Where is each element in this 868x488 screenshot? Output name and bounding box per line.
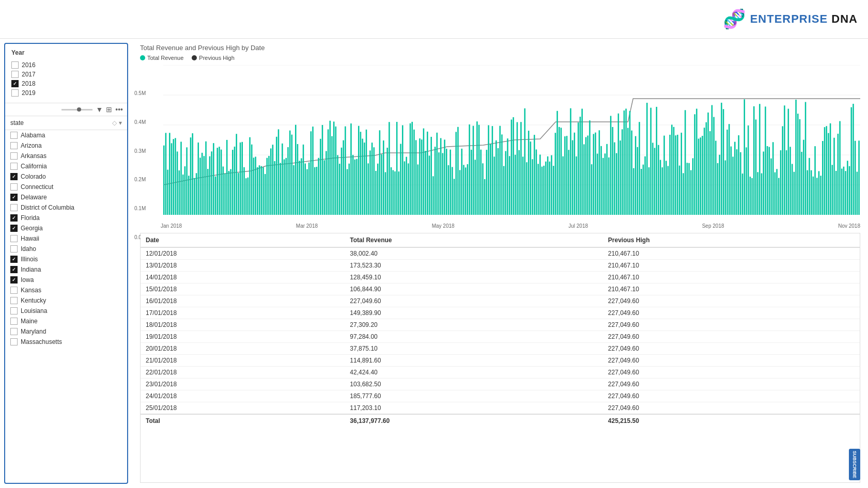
state-item-georgia[interactable]: Georgia xyxy=(5,223,127,233)
state-item-arizona[interactable]: Arizona xyxy=(5,140,127,151)
clear-state-icon[interactable]: ◇ xyxy=(112,119,117,127)
state-label-2: Arkansas xyxy=(21,152,47,160)
bar-361 xyxy=(853,104,854,215)
bar-261 xyxy=(662,167,663,215)
state-checkbox-16[interactable] xyxy=(10,297,18,304)
state-item-maryland[interactable]: Maryland xyxy=(5,326,127,337)
state-checkbox-20[interactable] xyxy=(10,338,18,345)
year-checkbox-2018[interactable] xyxy=(11,80,19,87)
state-checkbox-10[interactable] xyxy=(10,235,18,242)
state-item-colorado[interactable]: Colorado xyxy=(5,171,127,182)
state-checkbox-2[interactable] xyxy=(10,152,18,160)
state-controls: ◇ ▾ xyxy=(112,119,122,127)
state-item-district-of-columbia[interactable]: District of Columbia xyxy=(5,202,127,213)
state-checkbox-8[interactable] xyxy=(10,214,18,222)
bar-166 xyxy=(481,150,482,215)
state-list[interactable]: Alabama Arizona Arkansas California Colo… xyxy=(5,130,127,483)
cell-date-7: 19/01/2018 xyxy=(141,331,345,343)
state-item-iowa[interactable]: Iowa xyxy=(5,275,127,285)
state-checkbox-3[interactable] xyxy=(10,163,18,170)
bar-264 xyxy=(668,166,669,215)
bar-277 xyxy=(692,158,693,215)
year-option-2018[interactable]: 2018 xyxy=(11,79,121,88)
collapse-state-icon[interactable]: ▾ xyxy=(119,119,122,127)
state-item-kansas[interactable]: Kansas xyxy=(5,285,127,295)
state-item-california[interactable]: California xyxy=(5,161,127,171)
year-option-2019[interactable]: 2019 xyxy=(11,88,121,98)
state-checkbox-14[interactable] xyxy=(10,276,18,284)
state-checkbox-18[interactable] xyxy=(10,318,18,325)
bar-305 xyxy=(746,147,747,215)
state-checkbox-5[interactable] xyxy=(10,183,18,191)
bar-235 xyxy=(612,127,613,215)
state-item-idaho[interactable]: Idaho xyxy=(5,244,127,254)
cell-prevhigh-5: 227,049.60 xyxy=(603,307,860,319)
state-label-6: Delaware xyxy=(21,194,47,201)
state-checkbox-6[interactable] xyxy=(10,194,18,201)
data-table-wrapper[interactable]: Date Total Revenue Previous High 12/01/2… xyxy=(140,233,860,483)
bar-217 xyxy=(578,122,579,215)
bar-292 xyxy=(721,103,722,215)
year-checkbox-2016[interactable] xyxy=(11,61,19,69)
state-checkbox-15[interactable] xyxy=(10,287,18,294)
state-checkbox-4[interactable] xyxy=(10,173,18,180)
year-option-2016[interactable]: 2016 xyxy=(11,60,121,70)
bar-192 xyxy=(530,141,531,215)
state-item-maine[interactable]: Maine xyxy=(5,316,127,326)
table-row: 16/01/2018 227,049.60 227,049.60 xyxy=(141,295,860,307)
bar-152 xyxy=(454,179,455,215)
state-checkbox-1[interactable] xyxy=(10,142,18,149)
bar-46 xyxy=(251,145,252,215)
state-checkbox-17[interactable] xyxy=(10,307,18,314)
state-checkbox-11[interactable] xyxy=(10,245,18,253)
state-item-alabama[interactable]: Alabama xyxy=(5,130,127,140)
bar-189 xyxy=(524,108,525,215)
bar-300 xyxy=(736,149,737,215)
grid-icon[interactable]: ⊞ xyxy=(106,105,112,114)
bar-314 xyxy=(763,151,764,215)
year-checkbox-2017[interactable] xyxy=(11,71,19,78)
bar-303 xyxy=(742,174,743,215)
cell-revenue-10: 42,424.40 xyxy=(345,367,602,379)
state-item-florida[interactable]: Florida xyxy=(5,213,127,223)
bar-139 xyxy=(429,155,430,215)
bar-208 xyxy=(561,128,562,215)
dna-icon: 🧬 xyxy=(723,8,746,30)
cell-date-13: 25/01/2018 xyxy=(141,402,345,415)
state-checkbox-12[interactable] xyxy=(10,256,18,263)
state-item-louisiana[interactable]: Louisiana xyxy=(5,306,127,316)
state-checkbox-0[interactable] xyxy=(10,132,18,139)
state-item-massachusetts[interactable]: Massachusetts xyxy=(5,337,127,347)
bar-33 xyxy=(226,140,227,215)
more-icon[interactable]: ••• xyxy=(115,105,123,114)
bar-183 xyxy=(513,117,514,215)
bar-311 xyxy=(757,172,758,215)
bar-141 xyxy=(432,176,433,215)
bar-317 xyxy=(769,147,770,215)
bar-94 xyxy=(343,140,344,215)
cell-prevhigh-0: 210,467.10 xyxy=(603,247,860,260)
state-checkbox-9[interactable] xyxy=(10,225,18,232)
year-checkbox-2019[interactable] xyxy=(11,89,19,97)
state-item-hawaii[interactable]: Hawaii xyxy=(5,233,127,244)
state-checkbox-13[interactable] xyxy=(10,266,18,273)
legend-previous-high: Previous High xyxy=(192,55,234,61)
data-table: Date Total Revenue Previous High 12/01/2… xyxy=(141,233,860,427)
state-item-illinois[interactable]: Illinois xyxy=(5,254,127,264)
state-checkbox-19[interactable] xyxy=(10,328,18,335)
logo-text-dna: DNA xyxy=(828,12,858,25)
x-label-0: Jan 2018 xyxy=(161,223,182,229)
state-item-kentucky[interactable]: Kentucky xyxy=(5,295,127,306)
state-item-indiana[interactable]: Indiana xyxy=(5,264,127,275)
subscribe-badge[interactable]: SUBSCRIBE xyxy=(849,449,860,480)
state-item-connecticut[interactable]: Connecticut xyxy=(5,182,127,192)
state-checkbox-7[interactable] xyxy=(10,204,18,211)
state-item-arkansas[interactable]: Arkansas xyxy=(5,151,127,161)
year-option-2017[interactable]: 2017 xyxy=(11,70,121,79)
bar-191 xyxy=(528,131,529,215)
state-item-delaware[interactable]: Delaware xyxy=(5,192,127,202)
state-label-15: Kansas xyxy=(21,287,41,294)
bar-71 xyxy=(299,161,300,215)
funnel-icon[interactable]: ▼ xyxy=(96,105,103,114)
bar-254 xyxy=(648,167,649,215)
